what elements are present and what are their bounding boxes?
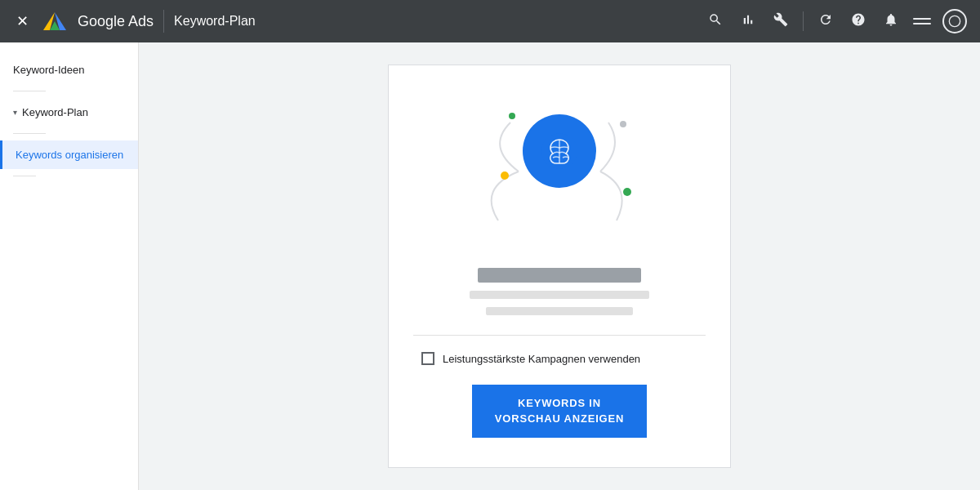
sidebar-item-keywords-organisieren[interactable]: Keywords organisieren [0,140,138,169]
app-title: Google Ads [78,13,154,30]
cta-line1: KEYWORDS IN [518,397,601,409]
text-bar-sub1 [470,291,649,299]
sidebar-item-keyword-plan[interactable]: ▾ Keyword-Plan [0,98,138,127]
sidebar-item-keyword-ideen[interactable]: Keyword-Ideen [0,56,138,84]
brain-icon [538,130,581,172]
menu-line [913,23,931,24]
text-bar-main [478,268,641,283]
google-ads-logo [42,8,68,34]
refresh-icon[interactable] [815,9,836,34]
cta-button[interactable]: KEYWORDS IN VORSCHAU ANZEIGEN [472,385,647,437]
topbar-right [705,9,967,34]
svg-point-4 [949,16,960,26]
notification-icon[interactable] [880,9,902,34]
search-icon[interactable] [705,9,726,34]
user-menu-button[interactable] [913,18,931,24]
brain-circle [523,114,596,188]
best-campaigns-checkbox[interactable] [421,352,434,365]
user-avatar[interactable] [942,9,967,33]
sidebar-divider-1 [13,91,46,91]
topbar-left: ✕ Google Ads Keyword-Plan [13,8,695,34]
chart-icon[interactable] [737,9,759,34]
sidebar-item-label: Keyword-Plan [22,106,88,118]
main-layout: Keyword-Ideen ▾ Keyword-Plan Keywords or… [0,42,980,490]
card-divider [413,335,706,336]
help-icon[interactable] [848,9,869,34]
main-card: Leistungsstärkste Kampagnen verwenden KE… [388,65,731,467]
topbar: ✕ Google Ads Keyword-Plan [0,0,980,42]
text-bars [413,268,706,315]
illustration [453,98,666,245]
topbar-vertical-divider [163,10,164,33]
menu-line [913,18,931,20]
sidebar-divider-2 [13,133,46,134]
chevron-down-icon: ▾ [13,108,17,117]
topbar-divider [803,11,804,31]
sidebar-divider-3 [13,176,36,176]
checkbox-row: Leistungsstärkste Kampagnen verwenden [421,352,640,365]
checkbox-label: Leistungsstärkste Kampagnen verwenden [443,353,640,365]
close-button[interactable]: ✕ [13,11,32,32]
content-area: Leistungsstärkste Kampagnen verwenden KE… [139,42,980,490]
tool-icon[interactable] [770,9,791,34]
page-title: Keyword-Plan [174,14,256,29]
cta-line2: VORSCHAU ANZEIGEN [495,412,624,425]
sidebar: Keyword-Ideen ▾ Keyword-Plan Keywords or… [0,42,139,490]
text-bar-sub2 [486,307,633,315]
